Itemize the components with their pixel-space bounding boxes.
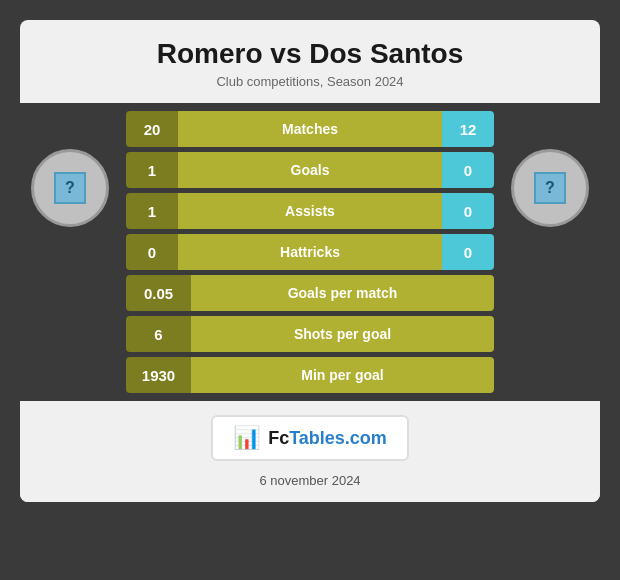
stat-row-matches: 20 Matches 12 bbox=[126, 111, 494, 147]
stat-bar-assists: Assists bbox=[178, 193, 442, 229]
stat-left-val-hattricks: 0 bbox=[126, 234, 178, 270]
stat-label-gpm: Goals per match bbox=[288, 285, 398, 301]
stat-label-assists: Assists bbox=[285, 203, 335, 219]
stat-right-val-matches: 12 bbox=[442, 111, 494, 147]
stat-row-goals: 1 Goals 0 bbox=[126, 152, 494, 188]
stat-right-val-hattricks: 0 bbox=[442, 234, 494, 270]
stat-row-shots-per-goal: 6 Shots per goal bbox=[126, 316, 494, 352]
left-player-area: ? bbox=[20, 103, 120, 401]
stat-bar-hattricks: Hattricks bbox=[178, 234, 442, 270]
stat-label-spg: Shots per goal bbox=[294, 326, 391, 342]
logo-icon: 📊 bbox=[233, 425, 260, 451]
stat-row-min-per-goal: 1930 Min per goal bbox=[126, 357, 494, 393]
logo-text: FcTables.com bbox=[268, 428, 387, 449]
stat-label-mpg: Min per goal bbox=[301, 367, 383, 383]
stat-row-goals-per-match: 0.05 Goals per match bbox=[126, 275, 494, 311]
stat-left-val-spg: 6 bbox=[126, 316, 191, 352]
logo-area: 📊 FcTables.com bbox=[20, 401, 600, 465]
stat-left-val-gpm: 0.05 bbox=[126, 275, 191, 311]
stat-right-val-goals: 0 bbox=[442, 152, 494, 188]
stat-bar-goals: Goals bbox=[178, 152, 442, 188]
content-area: ? 20 Matches 12 1 Goals bbox=[20, 103, 600, 401]
right-avatar: ? bbox=[511, 149, 589, 227]
stat-label-hattricks: Hattricks bbox=[280, 244, 340, 260]
stats-bars: 20 Matches 12 1 Goals 0 1 bbox=[120, 103, 500, 401]
header: Romero vs Dos Santos Club competitions, … bbox=[20, 20, 600, 103]
footer-date: 6 november 2024 bbox=[20, 465, 600, 502]
stat-row-assists: 1 Assists 0 bbox=[126, 193, 494, 229]
stat-right-val-assists: 0 bbox=[442, 193, 494, 229]
stat-left-val-goals: 1 bbox=[126, 152, 178, 188]
stat-label-matches: Matches bbox=[282, 121, 338, 137]
stat-label-goals: Goals bbox=[291, 162, 330, 178]
stat-row-hattricks: 0 Hattricks 0 bbox=[126, 234, 494, 270]
page-title: Romero vs Dos Santos bbox=[20, 38, 600, 70]
stat-left-val-assists: 1 bbox=[126, 193, 178, 229]
stat-bar-gpm: Goals per match bbox=[191, 275, 494, 311]
logo-box: 📊 FcTables.com bbox=[211, 415, 409, 461]
page-container: Romero vs Dos Santos Club competitions, … bbox=[0, 0, 620, 580]
stat-bar-matches: Matches bbox=[178, 111, 442, 147]
stat-bar-mpg: Min per goal bbox=[191, 357, 494, 393]
page-subtitle: Club competitions, Season 2024 bbox=[20, 70, 600, 99]
stat-left-val-matches: 20 bbox=[126, 111, 178, 147]
right-player-area: ? bbox=[500, 103, 600, 401]
stat-bar-spg: Shots per goal bbox=[191, 316, 494, 352]
left-avatar: ? bbox=[31, 149, 109, 227]
stat-left-val-mpg: 1930 bbox=[126, 357, 191, 393]
